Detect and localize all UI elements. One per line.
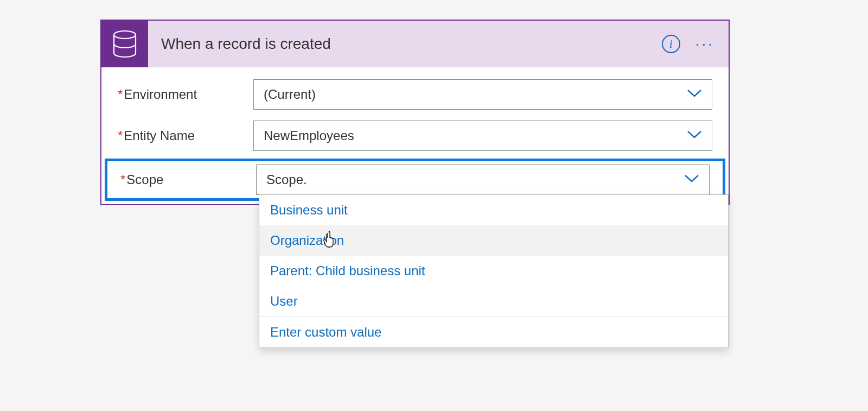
entity-row: Entity Name NewEmployees <box>101 115 729 156</box>
environment-value: (Current) <box>264 87 687 102</box>
svg-point-0 <box>114 31 136 39</box>
option-user[interactable]: User <box>259 286 728 317</box>
chevron-down-icon <box>684 174 699 185</box>
entity-dropdown[interactable]: NewEmployees <box>253 121 712 151</box>
option-business-unit[interactable]: Business unit <box>259 195 728 225</box>
entity-label: Entity Name <box>118 128 253 143</box>
scope-dropdown-list: Business unit Organization Parent: Child… <box>259 194 729 348</box>
chevron-down-icon <box>687 89 702 100</box>
card-header: When a record is created i ··· <box>101 21 729 67</box>
option-custom-value[interactable]: Enter custom value <box>259 317 728 347</box>
card-title: When a record is created <box>148 35 662 53</box>
environment-label: Environment <box>118 87 253 102</box>
database-icon <box>101 21 148 67</box>
info-icon[interactable]: i <box>662 35 680 53</box>
option-parent-child[interactable]: Parent: Child business unit <box>259 256 728 286</box>
option-organization[interactable]: Organization <box>259 225 728 256</box>
entity-value: NewEmployees <box>264 128 687 143</box>
card-body: Environment (Current) Entity Name NewEmp… <box>101 67 729 201</box>
scope-dropdown[interactable]: Scope. <box>256 165 710 195</box>
environment-dropdown[interactable]: (Current) <box>253 79 712 110</box>
scope-label: Scope <box>120 172 256 187</box>
more-menu-icon[interactable]: ··· <box>695 36 714 52</box>
scope-value: Scope. <box>266 172 684 187</box>
header-actions: i ··· <box>662 35 729 53</box>
chevron-down-icon <box>687 130 702 141</box>
trigger-card: When a record is created i ··· Environme… <box>100 20 730 205</box>
environment-row: Environment (Current) <box>101 74 729 115</box>
